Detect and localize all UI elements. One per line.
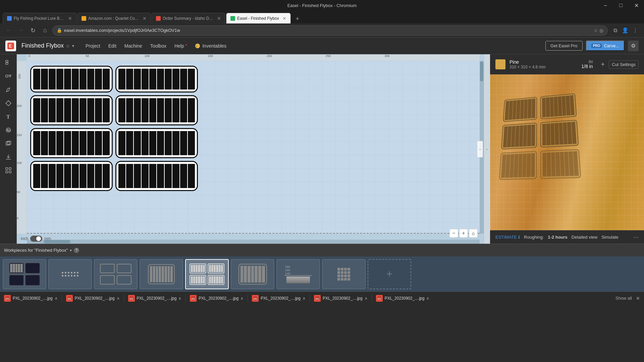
minimize-button[interactable]: –	[598, 0, 613, 11]
svg-text:jpg: jpg	[129, 297, 133, 300]
text-tool-button[interactable]: T	[2, 111, 14, 123]
zoom-in-button[interactable]: +	[459, 229, 468, 238]
canvas-flybox-grid[interactable]	[27, 61, 201, 196]
svg-rect-20	[9, 168, 11, 170]
workpiece-item-8[interactable]	[322, 259, 366, 289]
flybox-item-6[interactable]	[115, 128, 198, 158]
inventables-btn[interactable]: I Inventables	[192, 42, 230, 50]
workpiece-item-3[interactable]	[94, 259, 138, 289]
back-button[interactable]: ←	[4, 26, 13, 35]
svg-rect-5	[6, 63, 8, 64]
refresh-button[interactable]: ↻	[28, 26, 38, 35]
flybox-item-8[interactable]	[115, 161, 198, 191]
workpiece-item-1[interactable]	[3, 259, 46, 289]
simulate-button[interactable]: Simulate	[601, 235, 619, 240]
shape-tool-button[interactable]	[2, 70, 14, 82]
download-item-3: jpg PXL_20230902_....jpg ∧	[128, 295, 182, 302]
close-tab-3[interactable]: ✕	[217, 16, 221, 21]
downloads-close-button[interactable]: ✕	[636, 296, 640, 301]
workpieces-arrow-icon[interactable]: ▾	[70, 248, 72, 253]
tab-amazon[interactable]: Amazon.com : Quartet Cork ... ✕	[77, 13, 151, 23]
material-info: Pine 310 × 310 × 4.8 mm	[509, 59, 545, 69]
zoom-out-button[interactable]: −	[449, 229, 458, 238]
apps-tool-button[interactable]	[2, 164, 14, 176]
flybox-item-3[interactable]	[30, 95, 113, 125]
header-right: Get Easel Pro PRO Carve... ⚙	[545, 41, 639, 51]
menu-help[interactable]: Help ●	[171, 42, 191, 50]
select-tool-button[interactable]	[2, 57, 14, 69]
download-arrow-4[interactable]: ∧	[240, 296, 244, 301]
title-caret-icon[interactable]: ▾	[72, 44, 74, 48]
address-icons: ☆ ◎	[594, 28, 603, 33]
canvas-grid[interactable]	[27, 61, 480, 234]
tab-easel[interactable]: Easel - Finished Flybox ✕	[226, 13, 291, 23]
settings-button[interactable]: ⚙	[628, 41, 639, 51]
tab-order-summary[interactable]: Order Summary - Idaho Depa... ✕	[152, 13, 225, 23]
scrollbar-thumb-vertical[interactable]	[480, 61, 483, 81]
bookmark-icon[interactable]: ☆	[594, 28, 598, 33]
panel-collapse-button[interactable]: ›	[484, 54, 490, 244]
draw-tool-button[interactable]	[2, 84, 14, 96]
menu-machine[interactable]: Machine	[121, 42, 146, 50]
address-field[interactable]: 🔒 easel.inventables.com/projects/1VpdjfO…	[52, 25, 608, 36]
download-arrow-7[interactable]: ∧	[426, 296, 429, 301]
profile-menu[interactable]: 👤	[621, 26, 630, 35]
favorite-icon[interactable]: ☆	[66, 43, 70, 49]
estimate-label: ESTIMATE ℹ	[495, 235, 520, 240]
download-name-5: PXL_20230902_....jpg	[261, 296, 301, 301]
tab-fly-fishing[interactable]: Fly Fishing Pocket Lure Box ... ✕	[3, 13, 76, 23]
menu-edit[interactable]: Edit	[105, 42, 120, 50]
zoom-fit-button[interactable]: ⌂	[469, 229, 478, 238]
image-tool-button[interactable]	[2, 124, 14, 136]
download-item-1: jpg PXL_20230902_....jpg ∧	[4, 295, 58, 302]
flybox-item-2[interactable]	[115, 66, 198, 93]
extensions-btn[interactable]: ⧉	[610, 26, 620, 35]
workpiece-item-add[interactable]: +	[368, 259, 411, 289]
download-arrow-1[interactable]: ∧	[55, 296, 58, 301]
workpiece-item-5[interactable]	[185, 259, 229, 289]
lock-icon: 🔒	[57, 28, 62, 33]
workpieces-help-button[interactable]: ?	[74, 248, 79, 253]
flybox-item-1[interactable]	[30, 66, 113, 93]
estimate-more-button[interactable]: ⋯	[633, 234, 639, 240]
close-button[interactable]: ✕	[629, 0, 644, 11]
cut-settings-button[interactable]: Cut Settings	[609, 60, 639, 69]
close-tab-2[interactable]: ✕	[143, 16, 147, 21]
preview-item-2	[540, 93, 577, 119]
carve-button[interactable]: PRO Carve...	[586, 41, 625, 51]
home-button[interactable]: ⌂	[40, 26, 50, 35]
detailed-view-button[interactable]: Detailed view	[572, 235, 597, 240]
bit-label: Bit	[581, 60, 593, 64]
flybox-item-7[interactable]	[30, 161, 113, 191]
add-material-button[interactable]: +	[601, 61, 605, 68]
close-tab-1[interactable]: ✕	[68, 16, 72, 21]
menu-toolbox[interactable]: Toolbox	[147, 42, 170, 50]
extensions-icon[interactable]: ◎	[599, 28, 603, 33]
download-arrow-5[interactable]: ∧	[303, 296, 306, 301]
flybox-item-5[interactable]	[30, 128, 113, 158]
preview-item-4	[540, 120, 579, 147]
show-all-button[interactable]: Show all	[615, 296, 632, 301]
close-tab-4[interactable]: ✕	[282, 16, 286, 21]
transform-tool-button[interactable]	[2, 97, 14, 109]
workpiece-item-4[interactable]	[140, 259, 183, 289]
workpiece-item-2[interactable]	[48, 259, 92, 289]
maximize-button[interactable]: □	[613, 0, 629, 11]
flybox-item-4[interactable]	[115, 95, 198, 125]
download-arrow-3[interactable]: ∧	[178, 296, 181, 301]
unit-toggle-switch[interactable]	[30, 236, 42, 242]
workpiece-item-7[interactable]: 160 150 140	[276, 259, 320, 289]
svg-point-15	[7, 129, 8, 130]
menu-project[interactable]: Project	[82, 42, 104, 50]
chromium-menu[interactable]: ⋮	[631, 26, 640, 35]
scrollbar-horizontal[interactable]	[27, 240, 480, 244]
download-arrow-6[interactable]: ∧	[365, 296, 368, 301]
new-tab-button[interactable]: +	[293, 14, 302, 23]
get-easel-pro-button[interactable]: Get Easel Pro	[545, 41, 583, 51]
download-arrow-2[interactable]: ∧	[117, 296, 120, 301]
workpiece-item-6[interactable]	[231, 259, 274, 289]
forward-button[interactable]: →	[16, 26, 25, 35]
expand-right-button[interactable]: ›	[477, 141, 483, 158]
3d-tool-button[interactable]	[2, 137, 14, 149]
import-tool-button[interactable]	[2, 151, 14, 163]
